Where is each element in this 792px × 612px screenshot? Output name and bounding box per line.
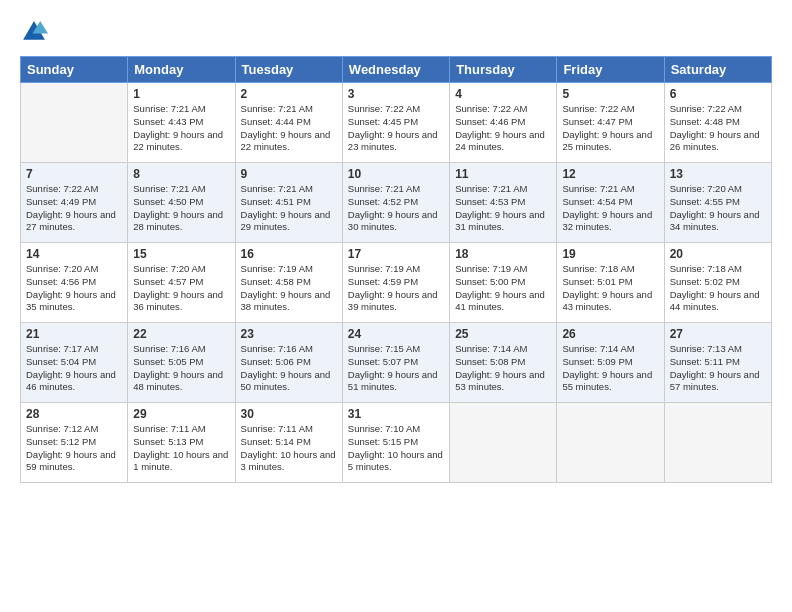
calendar-cell: 18Sunrise: 7:19 AMSunset: 5:00 PMDayligh… xyxy=(450,243,557,323)
day-number: 27 xyxy=(670,327,766,341)
calendar-cell: 6Sunrise: 7:22 AMSunset: 4:48 PMDaylight… xyxy=(664,83,771,163)
header-sunday: Sunday xyxy=(21,57,128,83)
day-info: Sunrise: 7:21 AMSunset: 4:43 PMDaylight:… xyxy=(133,103,229,154)
calendar-cell: 19Sunrise: 7:18 AMSunset: 5:01 PMDayligh… xyxy=(557,243,664,323)
header-thursday: Thursday xyxy=(450,57,557,83)
day-number: 8 xyxy=(133,167,229,181)
day-number: 28 xyxy=(26,407,122,421)
page: SundayMondayTuesdayWednesdayThursdayFrid… xyxy=(0,0,792,612)
day-info: Sunrise: 7:18 AMSunset: 5:02 PMDaylight:… xyxy=(670,263,766,314)
day-info: Sunrise: 7:10 AMSunset: 5:15 PMDaylight:… xyxy=(348,423,444,474)
day-number: 10 xyxy=(348,167,444,181)
day-number: 17 xyxy=(348,247,444,261)
day-number: 25 xyxy=(455,327,551,341)
day-info: Sunrise: 7:11 AMSunset: 5:13 PMDaylight:… xyxy=(133,423,229,474)
day-info: Sunrise: 7:17 AMSunset: 5:04 PMDaylight:… xyxy=(26,343,122,394)
day-number: 21 xyxy=(26,327,122,341)
day-number: 4 xyxy=(455,87,551,101)
calendar-cell: 31Sunrise: 7:10 AMSunset: 5:15 PMDayligh… xyxy=(342,403,449,483)
header-row: SundayMondayTuesdayWednesdayThursdayFrid… xyxy=(21,57,772,83)
calendar-cell: 21Sunrise: 7:17 AMSunset: 5:04 PMDayligh… xyxy=(21,323,128,403)
header-monday: Monday xyxy=(128,57,235,83)
day-info: Sunrise: 7:22 AMSunset: 4:48 PMDaylight:… xyxy=(670,103,766,154)
calendar-cell xyxy=(450,403,557,483)
calendar-cell: 7Sunrise: 7:22 AMSunset: 4:49 PMDaylight… xyxy=(21,163,128,243)
calendar-cell: 24Sunrise: 7:15 AMSunset: 5:07 PMDayligh… xyxy=(342,323,449,403)
day-info: Sunrise: 7:19 AMSunset: 4:58 PMDaylight:… xyxy=(241,263,337,314)
day-info: Sunrise: 7:21 AMSunset: 4:51 PMDaylight:… xyxy=(241,183,337,234)
day-number: 5 xyxy=(562,87,658,101)
week-row-1: 1Sunrise: 7:21 AMSunset: 4:43 PMDaylight… xyxy=(21,83,772,163)
day-number: 19 xyxy=(562,247,658,261)
day-number: 7 xyxy=(26,167,122,181)
day-number: 2 xyxy=(241,87,337,101)
day-number: 23 xyxy=(241,327,337,341)
calendar-cell: 30Sunrise: 7:11 AMSunset: 5:14 PMDayligh… xyxy=(235,403,342,483)
day-info: Sunrise: 7:22 AMSunset: 4:47 PMDaylight:… xyxy=(562,103,658,154)
day-number: 15 xyxy=(133,247,229,261)
calendar-cell: 28Sunrise: 7:12 AMSunset: 5:12 PMDayligh… xyxy=(21,403,128,483)
day-number: 14 xyxy=(26,247,122,261)
logo-icon xyxy=(20,18,48,46)
header xyxy=(20,18,772,46)
week-row-2: 7Sunrise: 7:22 AMSunset: 4:49 PMDaylight… xyxy=(21,163,772,243)
day-info: Sunrise: 7:21 AMSunset: 4:52 PMDaylight:… xyxy=(348,183,444,234)
calendar-cell: 8Sunrise: 7:21 AMSunset: 4:50 PMDaylight… xyxy=(128,163,235,243)
calendar-cell: 23Sunrise: 7:16 AMSunset: 5:06 PMDayligh… xyxy=(235,323,342,403)
calendar-cell: 29Sunrise: 7:11 AMSunset: 5:13 PMDayligh… xyxy=(128,403,235,483)
calendar-cell: 4Sunrise: 7:22 AMSunset: 4:46 PMDaylight… xyxy=(450,83,557,163)
header-tuesday: Tuesday xyxy=(235,57,342,83)
calendar-cell: 14Sunrise: 7:20 AMSunset: 4:56 PMDayligh… xyxy=(21,243,128,323)
calendar-cell: 11Sunrise: 7:21 AMSunset: 4:53 PMDayligh… xyxy=(450,163,557,243)
day-info: Sunrise: 7:16 AMSunset: 5:06 PMDaylight:… xyxy=(241,343,337,394)
day-info: Sunrise: 7:15 AMSunset: 5:07 PMDaylight:… xyxy=(348,343,444,394)
day-info: Sunrise: 7:16 AMSunset: 5:05 PMDaylight:… xyxy=(133,343,229,394)
day-number: 1 xyxy=(133,87,229,101)
calendar-cell: 20Sunrise: 7:18 AMSunset: 5:02 PMDayligh… xyxy=(664,243,771,323)
calendar-cell xyxy=(664,403,771,483)
day-info: Sunrise: 7:19 AMSunset: 5:00 PMDaylight:… xyxy=(455,263,551,314)
day-info: Sunrise: 7:21 AMSunset: 4:54 PMDaylight:… xyxy=(562,183,658,234)
calendar-cell: 13Sunrise: 7:20 AMSunset: 4:55 PMDayligh… xyxy=(664,163,771,243)
day-info: Sunrise: 7:14 AMSunset: 5:09 PMDaylight:… xyxy=(562,343,658,394)
day-info: Sunrise: 7:20 AMSunset: 4:56 PMDaylight:… xyxy=(26,263,122,314)
calendar-cell: 10Sunrise: 7:21 AMSunset: 4:52 PMDayligh… xyxy=(342,163,449,243)
day-info: Sunrise: 7:19 AMSunset: 4:59 PMDaylight:… xyxy=(348,263,444,314)
logo xyxy=(20,18,52,46)
calendar-cell: 27Sunrise: 7:13 AMSunset: 5:11 PMDayligh… xyxy=(664,323,771,403)
day-info: Sunrise: 7:13 AMSunset: 5:11 PMDaylight:… xyxy=(670,343,766,394)
calendar-cell xyxy=(557,403,664,483)
day-info: Sunrise: 7:14 AMSunset: 5:08 PMDaylight:… xyxy=(455,343,551,394)
header-wednesday: Wednesday xyxy=(342,57,449,83)
day-info: Sunrise: 7:21 AMSunset: 4:44 PMDaylight:… xyxy=(241,103,337,154)
calendar-cell: 15Sunrise: 7:20 AMSunset: 4:57 PMDayligh… xyxy=(128,243,235,323)
day-info: Sunrise: 7:20 AMSunset: 4:57 PMDaylight:… xyxy=(133,263,229,314)
day-number: 3 xyxy=(348,87,444,101)
header-saturday: Saturday xyxy=(664,57,771,83)
day-number: 6 xyxy=(670,87,766,101)
day-info: Sunrise: 7:12 AMSunset: 5:12 PMDaylight:… xyxy=(26,423,122,474)
day-info: Sunrise: 7:22 AMSunset: 4:45 PMDaylight:… xyxy=(348,103,444,154)
day-number: 9 xyxy=(241,167,337,181)
day-info: Sunrise: 7:18 AMSunset: 5:01 PMDaylight:… xyxy=(562,263,658,314)
day-number: 22 xyxy=(133,327,229,341)
day-number: 29 xyxy=(133,407,229,421)
day-info: Sunrise: 7:21 AMSunset: 4:50 PMDaylight:… xyxy=(133,183,229,234)
calendar-cell: 22Sunrise: 7:16 AMSunset: 5:05 PMDayligh… xyxy=(128,323,235,403)
day-number: 12 xyxy=(562,167,658,181)
week-row-4: 21Sunrise: 7:17 AMSunset: 5:04 PMDayligh… xyxy=(21,323,772,403)
day-info: Sunrise: 7:22 AMSunset: 4:49 PMDaylight:… xyxy=(26,183,122,234)
day-number: 20 xyxy=(670,247,766,261)
day-number: 31 xyxy=(348,407,444,421)
day-number: 16 xyxy=(241,247,337,261)
calendar-cell: 2Sunrise: 7:21 AMSunset: 4:44 PMDaylight… xyxy=(235,83,342,163)
calendar-cell xyxy=(21,83,128,163)
day-number: 24 xyxy=(348,327,444,341)
day-info: Sunrise: 7:21 AMSunset: 4:53 PMDaylight:… xyxy=(455,183,551,234)
calendar-cell: 5Sunrise: 7:22 AMSunset: 4:47 PMDaylight… xyxy=(557,83,664,163)
calendar-cell: 16Sunrise: 7:19 AMSunset: 4:58 PMDayligh… xyxy=(235,243,342,323)
calendar-cell: 1Sunrise: 7:21 AMSunset: 4:43 PMDaylight… xyxy=(128,83,235,163)
day-number: 18 xyxy=(455,247,551,261)
day-number: 13 xyxy=(670,167,766,181)
day-info: Sunrise: 7:11 AMSunset: 5:14 PMDaylight:… xyxy=(241,423,337,474)
